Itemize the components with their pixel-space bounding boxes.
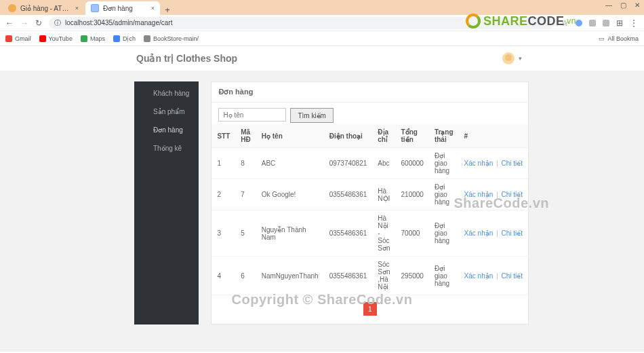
confirm-link[interactable]: Xác nhận — [464, 272, 494, 280]
cell-dc: Sóc Sơn ,Hà Nội — [372, 257, 395, 295]
user-icon — [141, 90, 148, 97]
search-input[interactable] — [218, 108, 286, 122]
cell-tr: Đợi giao hàng — [429, 148, 459, 179]
watermark-mid: ShareCode.vn — [454, 196, 549, 211]
bookmark-label: Gmail — [15, 35, 31, 42]
sidebar: Khách hàng Sản phẩm Đơn hàng Thống kê — [134, 81, 199, 324]
reload-button[interactable]: ↻ — [35, 18, 42, 28]
cell-ma: 5 — [235, 210, 256, 257]
chart-icon — [141, 145, 148, 152]
cell-ma: 8 — [235, 148, 256, 179]
cell-ten: ABC — [256, 148, 324, 179]
detail-link[interactable]: Chi tiết — [501, 229, 523, 237]
minimize-button[interactable]: — — [605, 1, 612, 9]
separator: | — [493, 229, 501, 237]
extension-icon[interactable] — [589, 20, 596, 26]
cell-dc: Hà Nội - Sóc Sơn — [372, 210, 395, 257]
youtube-icon — [39, 35, 46, 42]
menu-icon[interactable]: ⋮ — [630, 18, 639, 28]
confirm-link[interactable]: Xác nhận — [464, 160, 494, 167]
close-window-button[interactable]: ✕ — [635, 1, 640, 9]
bookmarks-bar: Gmail YouTube Maps Dịch BookStore-main/ … — [0, 31, 644, 46]
cell-actions: Xác nhận | Chi tiết — [459, 148, 528, 179]
all-bookmarks[interactable]: ▭ All Bookma — [599, 35, 639, 42]
sidebar-item-thong-ke[interactable]: Thống kê — [134, 139, 199, 157]
col-stt: STT — [212, 124, 235, 148]
extension-icon[interactable] — [603, 20, 609, 26]
cell-actions: Xác nhận | Chi tiết — [459, 210, 528, 257]
bookmark-youtube[interactable]: YouTube — [39, 35, 73, 42]
detail-link[interactable]: Chi tiết — [501, 272, 523, 280]
content: Khách hàng Sản phẩm Đơn hàng Thống kê Đơ… — [0, 71, 644, 352]
table-row: 35Nguyễn Thành Nam0355486361Hà Nội - Sóc… — [212, 210, 528, 257]
table-row: 18ABC0973740821Abc600000Đợi giao hàngXác… — [212, 148, 528, 179]
cell-ten: Ok Google! — [256, 179, 324, 210]
extension-icon[interactable] — [576, 20, 582, 26]
sidebar-item-label: Khách hàng — [153, 90, 189, 97]
cell-stt: 1 — [212, 148, 235, 179]
folder-icon — [144, 35, 150, 42]
close-icon[interactable]: × — [151, 5, 155, 12]
cell-stt: 3 — [212, 210, 235, 257]
sidebar-item-label: Thống kê — [153, 145, 182, 152]
extensions-icon[interactable]: ⊞ — [616, 18, 623, 28]
sidebar-item-khach-hang[interactable]: Khách hàng — [134, 84, 199, 103]
tab-title: Đơn hàng — [103, 5, 147, 12]
bookmark-label: YouTube — [49, 35, 73, 42]
watermark-bottom: Copyright © ShareCode.vn — [0, 292, 644, 308]
cell-ten: Nguyễn Thành Nam — [256, 210, 324, 257]
cell-tt: 295000 — [396, 257, 429, 295]
bookmark-label: Dịch — [123, 35, 136, 42]
back-button[interactable]: ← — [5, 18, 14, 28]
tab-don-hang[interactable]: Đơn hàng × — [85, 1, 160, 15]
new-tab-button[interactable]: + — [161, 5, 174, 15]
cell-dt: 0355486361 — [324, 210, 373, 257]
nav-buttons: ← → ↻ — [5, 18, 42, 28]
separator: | — [493, 272, 501, 280]
logo-text-a: SHARE — [483, 14, 528, 29]
cell-tt: 70000 — [396, 210, 429, 257]
logo-icon — [466, 14, 481, 29]
sidebar-item-don-hang[interactable]: Đơn hàng — [134, 121, 199, 139]
sharecode-logo: SHARECODE.vn — [466, 14, 576, 29]
window-controls: — ▢ ✕ — [605, 1, 640, 9]
gmail-icon — [5, 35, 12, 42]
table-header-row: STT Mã HĐ Họ tên Điện thoại Địa chỉ Tổng… — [212, 124, 528, 148]
bookmark-dich[interactable]: Dịch — [113, 35, 136, 42]
tab-gio-hang[interactable]: Giỏ hàng - ATZ Shop × — [3, 1, 84, 15]
search-button[interactable]: Tìm kiếm — [290, 108, 334, 123]
cell-dc: Abc — [372, 148, 395, 179]
forward-button[interactable]: → — [20, 18, 28, 28]
maximize-button[interactable]: ▢ — [620, 1, 626, 9]
confirm-link[interactable]: Xác nhận — [464, 229, 494, 237]
col-action: # — [459, 124, 528, 148]
sidebar-item-san-pham[interactable]: Sản phẩm — [134, 103, 199, 121]
col-dia-chi: Địa chỉ — [372, 124, 395, 148]
col-trang-thai: Trạng thái — [429, 124, 459, 148]
page-header: Quản trị Clothes Shop ▾ — [0, 46, 644, 71]
avatar-icon — [502, 52, 515, 64]
sidebar-item-label: Đơn hàng — [153, 126, 183, 134]
bookmark-gmail[interactable]: Gmail — [5, 35, 31, 42]
user-menu[interactable]: ▾ — [502, 52, 644, 64]
tab-title: Giỏ hàng - ATZ Shop — [20, 5, 71, 12]
panel-title: Đơn hàng — [212, 82, 528, 103]
bookmark-bookstore[interactable]: BookStore-main/ — [144, 35, 199, 42]
maps-icon — [81, 35, 87, 42]
cell-dt: 0355486361 — [324, 179, 373, 210]
all-bookmarks-label: All Bookma — [607, 35, 639, 42]
logo-tail: .vn — [564, 16, 576, 26]
folder-icon: ▭ — [599, 35, 605, 42]
cell-tt: 210000 — [396, 179, 429, 210]
cell-dt: 0355486361 — [324, 257, 373, 295]
bookmark-maps[interactable]: Maps — [81, 35, 105, 42]
cell-dc: Hà NỘI — [372, 179, 395, 210]
table-row: 46NamNguyenThanh0355486361Sóc Sơn ,Hà Nộ… — [212, 257, 528, 295]
detail-link[interactable]: Chi tiết — [501, 160, 523, 167]
bookmark-label: Maps — [90, 35, 105, 42]
logo-text-b: CODE — [527, 14, 564, 29]
search-row: Tìm kiếm — [212, 103, 528, 124]
close-icon[interactable]: × — [75, 5, 79, 12]
info-icon[interactable]: ⓘ — [54, 18, 61, 28]
cell-tt: 600000 — [396, 148, 429, 179]
